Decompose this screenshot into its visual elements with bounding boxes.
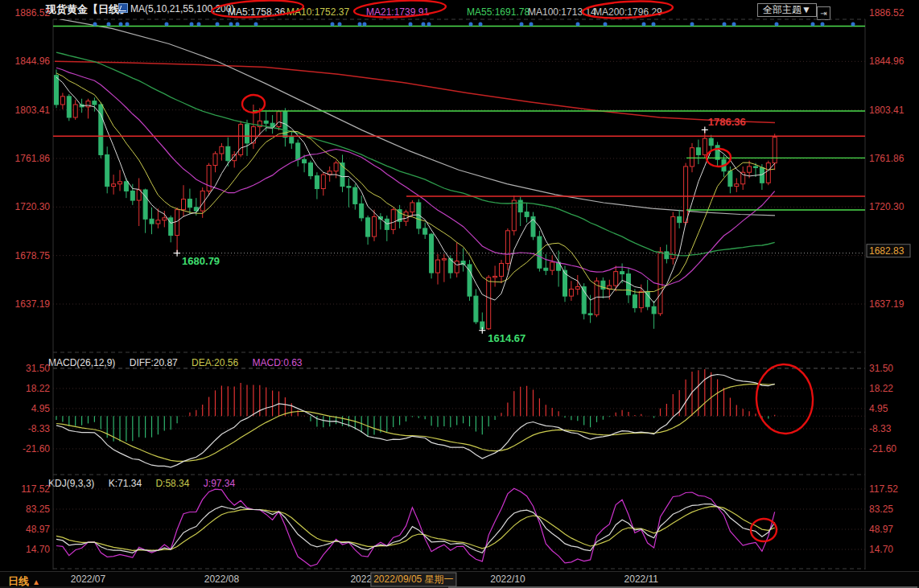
- candle: [258, 121, 262, 126]
- diff-line: [56, 375, 775, 467]
- candle: [207, 166, 211, 191]
- theme-dropdown-button[interactable]: 全部主题▼: [757, 3, 817, 17]
- candle: [601, 281, 605, 289]
- candle: [728, 171, 732, 187]
- candle: [505, 231, 509, 264]
- candle: [678, 216, 682, 222]
- svg-text:4.95: 4.95: [31, 403, 51, 414]
- svg-text:83.25: 83.25: [869, 504, 893, 515]
- candle: [480, 322, 484, 329]
- candle: [277, 112, 281, 127]
- candle: [80, 105, 84, 107]
- period-up-arrow: ▲: [32, 578, 40, 586]
- candle: [315, 176, 319, 189]
- candle: [563, 270, 567, 296]
- svg-text:1678.75: 1678.75: [15, 250, 51, 261]
- candle: [575, 286, 579, 289]
- svg-text:117.52: 117.52: [869, 483, 898, 495]
- ma5-line: [56, 77, 775, 303]
- candle: [671, 216, 675, 258]
- svg-text:1761.86: 1761.86: [869, 153, 905, 164]
- candle: [296, 143, 300, 159]
- candle: [690, 148, 694, 167]
- candle: [353, 187, 357, 204]
- candle: [137, 190, 141, 200]
- trading-chart-app: 现货黄金【日线】 MA(5,10,21,55,100,200) MA5:1758…: [0, 0, 919, 588]
- svg-text:-21.60: -21.60: [869, 443, 896, 454]
- candle: [303, 159, 307, 162]
- candle: [200, 191, 204, 211]
- ma21-line: [56, 68, 775, 286]
- kdj-panel: [56, 488, 775, 566]
- candle: [373, 216, 377, 236]
- chart-canvas[interactable]: 1680.791614.671786.361886.521844.961803.…: [0, 0, 919, 588]
- candle: [703, 138, 707, 154]
- candle: [143, 190, 147, 219]
- candle: [544, 268, 548, 270]
- svg-text:-8.33: -8.33: [28, 423, 51, 434]
- ma100-readout: MA100:1713.14: [528, 6, 596, 18]
- kdj-title: KDJ(9,3,3): [48, 478, 94, 489]
- candle: [309, 163, 313, 176]
- svg-text:1803.41: 1803.41: [15, 105, 51, 116]
- candle: [239, 125, 243, 155]
- svg-text:18.22: 18.22: [869, 383, 893, 394]
- candle: [696, 148, 700, 155]
- candle: [347, 187, 351, 187]
- candle: [709, 138, 713, 146]
- candle: [360, 204, 364, 217]
- candle: [226, 146, 230, 160]
- candle: [251, 127, 255, 143]
- candle: [627, 274, 631, 295]
- candle: [220, 146, 224, 154]
- macd-dea-value: DEA:20.56: [192, 357, 238, 368]
- signal-dots: [93, 23, 855, 27]
- candle: [194, 208, 198, 211]
- candlestick-series[interactable]: [55, 69, 777, 330]
- candle: [512, 200, 516, 231]
- swing-markers: 1680.791614.671786.36: [174, 116, 746, 343]
- candle: [493, 276, 497, 277]
- kdj-panel-header: KDJ(9,3,3) K:71.34 D:58.34 J:97.34: [48, 478, 246, 489]
- candle: [169, 218, 173, 236]
- candle: [620, 272, 624, 274]
- annotation-circles: [212, 0, 815, 542]
- candle: [417, 203, 421, 228]
- candle: [518, 200, 522, 212]
- candle: [391, 210, 395, 230]
- svg-text:18.22: 18.22: [26, 383, 50, 394]
- candle: [754, 167, 758, 167]
- svg-text:1844.96: 1844.96: [15, 56, 51, 67]
- svg-text:31.50: 31.50: [26, 363, 50, 374]
- svg-text:1803.41: 1803.41: [869, 105, 905, 116]
- candle: [652, 306, 656, 314]
- candle: [633, 295, 637, 308]
- candle: [130, 191, 134, 200]
- svg-text:4.95: 4.95: [869, 403, 888, 414]
- svg-text:1614.67: 1614.67: [488, 332, 525, 344]
- candle: [595, 281, 599, 315]
- candle: [410, 203, 414, 212]
- price-level-lines: [53, 26, 865, 253]
- candle: [645, 291, 649, 306]
- candle: [328, 171, 332, 175]
- candle: [163, 218, 167, 220]
- candle: [639, 291, 643, 307]
- candle: [760, 167, 764, 183]
- macd-title: MACD(26,12,9): [48, 357, 115, 368]
- ma55-readout: MA55:1691.78: [467, 6, 530, 18]
- macd-hist-value: MACD:0.63: [252, 357, 302, 368]
- candle: [156, 220, 160, 224]
- collapse-pane-icon[interactable]: ⇥: [817, 6, 830, 20]
- candle: [582, 286, 586, 313]
- kdj-j-value: J:97.34: [204, 478, 235, 489]
- candle: [283, 112, 287, 138]
- candle: [588, 314, 592, 315]
- candle: [366, 218, 370, 236]
- candle: [404, 212, 408, 222]
- candle: [550, 262, 554, 270]
- candlestick-chart-icon: [118, 3, 128, 13]
- svg-text:1761.86: 1761.86: [15, 153, 51, 164]
- candle: [124, 182, 128, 191]
- d-line: [56, 507, 775, 551]
